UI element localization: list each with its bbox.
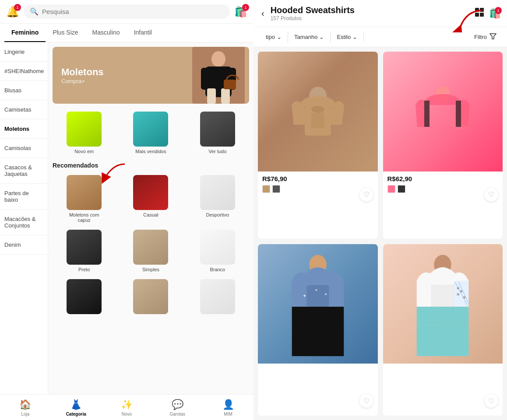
nav-item-mim[interactable]: 👤 MIM	[203, 397, 254, 418]
estilo-chevron: ⌄	[352, 34, 357, 40]
rec-item-simples[interactable]: Simples	[131, 230, 170, 272]
nav-item-novo[interactable]: ✨ Novo	[102, 397, 152, 418]
cart-right-button[interactable]: 🛍️ 1	[489, 8, 501, 19]
rec-label-preto: Preto	[78, 267, 90, 272]
rec-item-preto[interactable]: Preto	[64, 230, 104, 272]
nav-label-categoria: Categoria	[66, 412, 86, 416]
svg-text:✦: ✦	[324, 292, 327, 297]
filter-estilo[interactable]: Estilo ⌄	[331, 32, 364, 42]
product-card-2[interactable]: ♡ R$62,90	[383, 52, 503, 239]
hoodie-pink-svg	[412, 81, 473, 142]
nav-item-categoria[interactable]: 👗 Categoria	[51, 397, 102, 418]
banner-link[interactable]: Compra>	[61, 78, 104, 84]
svg-point-39	[457, 287, 460, 290]
sidebar-item-camisolas[interactable]: Camisolas	[0, 139, 48, 158]
recommended-row-3	[48, 276, 254, 320]
products-count: 157 Produtos	[271, 15, 470, 21]
rec-item-casual[interactable]: Casual	[131, 175, 170, 223]
cart-right-badge: 1	[495, 7, 502, 14]
search-input[interactable]	[42, 8, 224, 15]
sidebar-item-denim[interactable]: Denim	[0, 235, 48, 255]
grid-view-button[interactable]	[474, 7, 485, 20]
rec-item-extra2[interactable]	[131, 279, 170, 316]
rec-label-capuz: Moletons com capuz	[64, 212, 104, 223]
nav-item-loja[interactable]: 🏠 Loja	[0, 397, 51, 418]
estilo-label: Estilo	[337, 34, 351, 40]
nav-label-loja: Loja	[21, 412, 29, 416]
quick-link-mais[interactable]: Mais vendidos	[131, 112, 170, 154]
hoodie-brown-svg	[287, 81, 349, 142]
person-blue-svg: ✦ ✦ ✦	[265, 251, 370, 356]
recommended-row-1: Moletons com capuz Casual Desportivo	[48, 172, 254, 226]
rec-item-capuz[interactable]: Moletons com capuz	[64, 175, 104, 223]
left-body: Lingerie #SHEINathome Blusas Camisetas M…	[0, 42, 254, 394]
notification-badge: 1	[14, 4, 21, 11]
svg-point-17	[311, 106, 324, 113]
banner-title: Moletons	[61, 66, 104, 78]
banner[interactable]: Moletons Compra>	[53, 47, 249, 104]
cart-button[interactable]: 🛍️ 1	[234, 6, 247, 18]
swatch-pink-2[interactable]	[387, 185, 395, 193]
rec-item-extra1[interactable]	[64, 279, 104, 316]
wishlist-button-4[interactable]: ♡	[484, 394, 498, 408]
svg-rect-34	[417, 307, 469, 325]
sidebar-item-moletons[interactable]: Moletons	[0, 119, 48, 139]
sidebar-item-blusas[interactable]: Blusas	[0, 81, 48, 100]
rec-img-capuz	[67, 175, 102, 210]
home-icon: 🏠	[19, 399, 31, 410]
swatch-dark-1[interactable]	[272, 185, 280, 193]
banner-image	[192, 47, 245, 104]
notification-button[interactable]: 🔔 1	[6, 6, 19, 18]
filter-tipo[interactable]: tipo ⌄	[260, 32, 288, 42]
product-card-3[interactable]: ✦ ✦ ✦ ♡	[258, 244, 378, 416]
sidebar-item-shein[interactable]: #SHEINathome	[0, 62, 48, 81]
sidebar-item-lingerie[interactable]: Lingerie	[0, 42, 48, 62]
quick-link-novo[interactable]: Novo em	[64, 112, 104, 154]
svg-point-1	[211, 51, 225, 67]
svg-rect-24	[456, 101, 461, 127]
sidebar-item-casacos[interactable]: Casacos & Jaquetas	[0, 158, 48, 184]
tab-plus-size[interactable]: Plus Size	[46, 24, 85, 42]
swatch-brown-1[interactable]	[262, 185, 270, 193]
new-icon: ✨	[121, 399, 133, 410]
wishlist-button-3[interactable]: ♡	[359, 394, 373, 408]
mais-vendidos-image	[133, 112, 168, 147]
tab-masculino[interactable]: Masculino	[85, 24, 127, 42]
rec-item-extra3[interactable]	[198, 279, 237, 316]
color-swatches-1	[262, 185, 373, 193]
novo-em-label: Novo em	[74, 149, 94, 154]
rec-img-extra1	[67, 279, 102, 314]
svg-rect-11	[475, 13, 479, 17]
wishlist-button-1[interactable]: ♡	[359, 188, 373, 202]
svg-rect-18	[311, 113, 324, 128]
card-price-1: R$76,90	[262, 175, 373, 182]
tab-feminino[interactable]: Feminino	[4, 24, 46, 42]
sidebar-item-partes[interactable]: Partes de baixo	[0, 184, 48, 210]
nav-item-garotas[interactable]: 💬 Garotas	[152, 397, 203, 418]
product-card-1[interactable]: ♡ R$76,90	[258, 52, 378, 239]
ver-tudo-label: Ver tudo	[208, 149, 226, 154]
tab-infantil[interactable]: Infantil	[127, 24, 159, 42]
wishlist-button-2[interactable]: ♡	[484, 188, 498, 202]
rec-item-branco[interactable]: Branco	[198, 230, 237, 272]
swatch-dark-2[interactable]	[398, 185, 405, 193]
right-header: ‹ Hooded Sweatshirts 157 Produtos 🛍️ 1	[254, 0, 507, 27]
product-image-4	[383, 244, 503, 364]
category-tabs: Feminino Plus Size Masculino Infantil	[0, 24, 254, 42]
sidebar-item-camisetas[interactable]: Camisetas	[0, 100, 48, 119]
back-button[interactable]: ‹	[260, 7, 266, 20]
filter-tamanho[interactable]: Tamanho ⌄	[288, 32, 331, 42]
sidebar-item-macacoes[interactable]: Macacões & Conjuntos	[0, 210, 48, 235]
quick-links-row: Novo em Mais vendidos Ver tudo	[48, 108, 254, 158]
search-box[interactable]: 🔍	[24, 4, 230, 19]
nav-label-garotas: Garotas	[170, 412, 186, 416]
quick-link-ver[interactable]: Ver tudo	[198, 112, 237, 154]
rec-item-desportivo[interactable]: Desportivo	[198, 175, 237, 223]
novo-em-image	[67, 112, 102, 147]
filter-main-button[interactable]: Filtro	[470, 31, 501, 43]
rec-img-extra3	[200, 279, 235, 314]
svg-rect-12	[480, 13, 484, 17]
product-card-4[interactable]: ♡	[383, 244, 503, 416]
nav-label-novo: Novo	[122, 412, 132, 416]
rec-img-simples	[133, 230, 168, 265]
